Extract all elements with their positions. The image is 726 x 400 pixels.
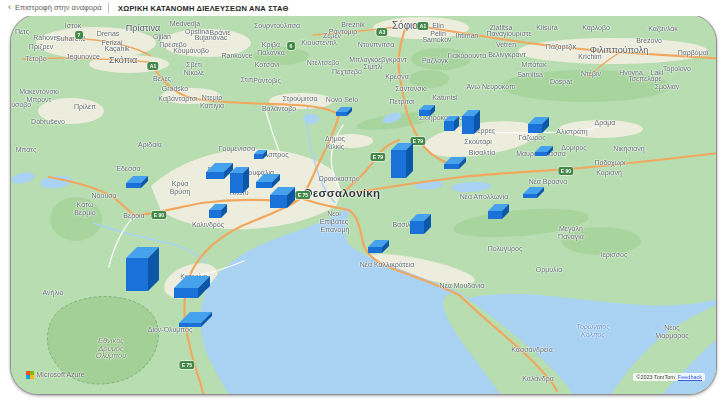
- map-copyright: ©2023 TomTom: [636, 374, 675, 380]
- bar-front-face: [535, 152, 547, 156]
- road-badge: A1: [147, 62, 158, 70]
- bar-front-face: [488, 211, 502, 219]
- road-badge: E 90: [558, 167, 573, 175]
- road-badge: E 75: [179, 361, 194, 369]
- road-badge: A3: [376, 28, 387, 36]
- bar-front-face: [206, 172, 224, 179]
- road-badge: E 79: [370, 153, 385, 161]
- station-bar-3d[interactable]: [368, 240, 389, 253]
- header-divider: [108, 3, 109, 13]
- bar-front-face: [336, 112, 347, 116]
- bar-front-face: [462, 116, 474, 134]
- station-bar-3d[interactable]: [126, 247, 159, 291]
- bar-front-face: [523, 194, 537, 198]
- bar-front-face: [444, 121, 454, 131]
- station-bar-3d[interactable]: [523, 187, 544, 198]
- basemap-terrain: [10, 14, 717, 395]
- feedback-link[interactable]: Feedback: [678, 374, 702, 380]
- station-bar-3d[interactable]: [528, 117, 549, 133]
- bar-front-face: [528, 124, 542, 133]
- bar-front-face: [270, 195, 287, 208]
- bar-front-face: [174, 288, 198, 298]
- back-to-report-label: Επιστροφή στην αναφορά: [15, 3, 102, 12]
- microsoft-logo-icon: [26, 371, 34, 379]
- page-title: ΧΩΡΙΚΗ ΚΑΤΑΝΟΜΗ ΔΙΕΛΕΥΣΕΩΝ ΑΝΑ ΣΤΑΘ: [118, 4, 289, 13]
- bar-front-face: [391, 150, 406, 178]
- bar-side-face: [474, 110, 480, 134]
- bar-front-face: [419, 110, 430, 116]
- focus-mode-header: ‹ Επιστροφή στην αναφορά ΧΩΡΙΚΗ ΚΑΤΑΝΟΜΗ…: [0, 0, 726, 16]
- station-bar-3d[interactable]: [535, 146, 553, 156]
- road-badge: A1: [417, 22, 428, 30]
- station-bar-3d[interactable]: [419, 105, 435, 116]
- map-attribution: ©2023 TomTom Feedback: [633, 373, 705, 381]
- microsoft-azure-logo: Microsoft Azure: [26, 371, 85, 379]
- road-badge: E 75: [295, 191, 310, 199]
- station-bar-3d[interactable]: [336, 107, 352, 116]
- bar-front-face: [368, 247, 382, 253]
- bar-front-face: [444, 164, 459, 169]
- station-bar-3d[interactable]: [230, 167, 249, 193]
- bar-front-face: [410, 221, 424, 234]
- station-bar-3d[interactable]: [256, 174, 280, 188]
- back-chevron-icon: ‹: [8, 4, 11, 11]
- station-bar-3d[interactable]: [126, 176, 148, 188]
- map-visual-frame: ΠετςΙστοκΠρίστιναDrenasMedvedjaΣουρντούλ…: [10, 14, 717, 395]
- back-to-report-button[interactable]: ‹ Επιστροφή στην αναφορά: [8, 3, 102, 12]
- road-badge: 6: [287, 42, 295, 50]
- station-bar-3d[interactable]: [270, 187, 295, 208]
- station-bar-3d[interactable]: [209, 204, 227, 218]
- road-badge: E 90: [151, 211, 166, 219]
- bar-side-face: [243, 167, 249, 193]
- station-bar-3d[interactable]: [488, 204, 509, 219]
- bar-front-face: [254, 154, 263, 159]
- station-bar-3d[interactable]: [462, 110, 480, 134]
- map-canvas[interactable]: ΠετςΙστοκΠρίστιναDrenasMedvedjaΣουρντούλ…: [10, 14, 717, 395]
- azure-label: Microsoft Azure: [37, 371, 85, 378]
- road-badge: 7: [75, 31, 83, 39]
- bar-side-face: [406, 143, 413, 178]
- bar-front-face: [179, 323, 201, 327]
- bar-front-face: [230, 173, 243, 193]
- station-bar-3d[interactable]: [391, 143, 413, 178]
- station-bar-3d[interactable]: [444, 157, 466, 169]
- bar-front-face: [126, 183, 141, 188]
- bar-front-face: [209, 210, 221, 218]
- station-bar-3d[interactable]: [254, 150, 267, 159]
- station-bar-3d[interactable]: [179, 312, 212, 327]
- station-bar-3d[interactable]: [174, 276, 210, 298]
- station-bar-3d[interactable]: [444, 116, 459, 131]
- station-bar-3d[interactable]: [410, 214, 431, 234]
- bar-front-face: [126, 258, 148, 291]
